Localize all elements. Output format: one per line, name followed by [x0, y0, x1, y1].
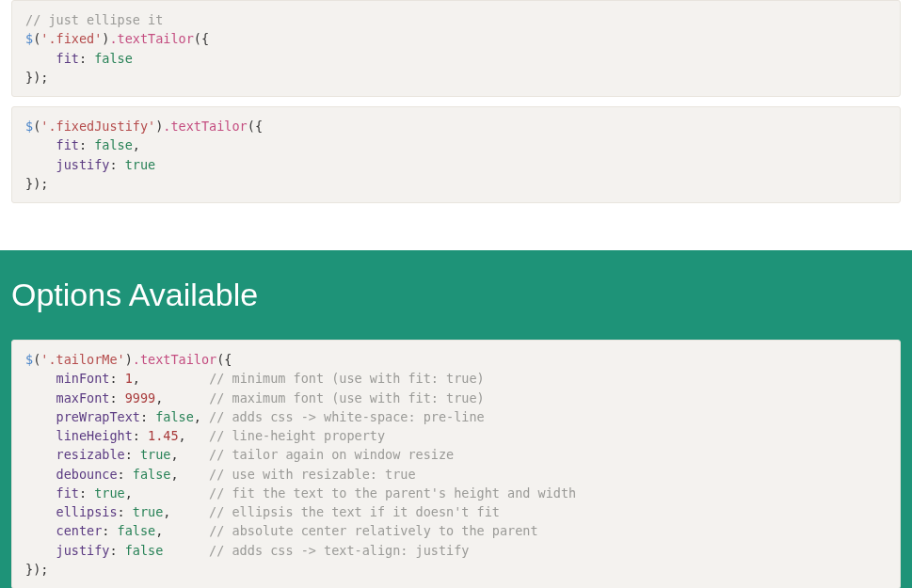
section-title: Options Available [11, 277, 901, 313]
code-block-3: $('.tailorMe').textTailor({ minFont: 1, … [11, 340, 901, 588]
options-section: Options Available $('.tailorMe').textTai… [0, 250, 912, 588]
code-block-1: // just ellipse it $('.fixed').textTailo… [11, 0, 901, 97]
code-block-2: $('.fixedJustify').textTailor({ fit: fal… [11, 106, 901, 203]
top-section: // just ellipse it $('.fixed').textTailo… [0, 0, 912, 250]
